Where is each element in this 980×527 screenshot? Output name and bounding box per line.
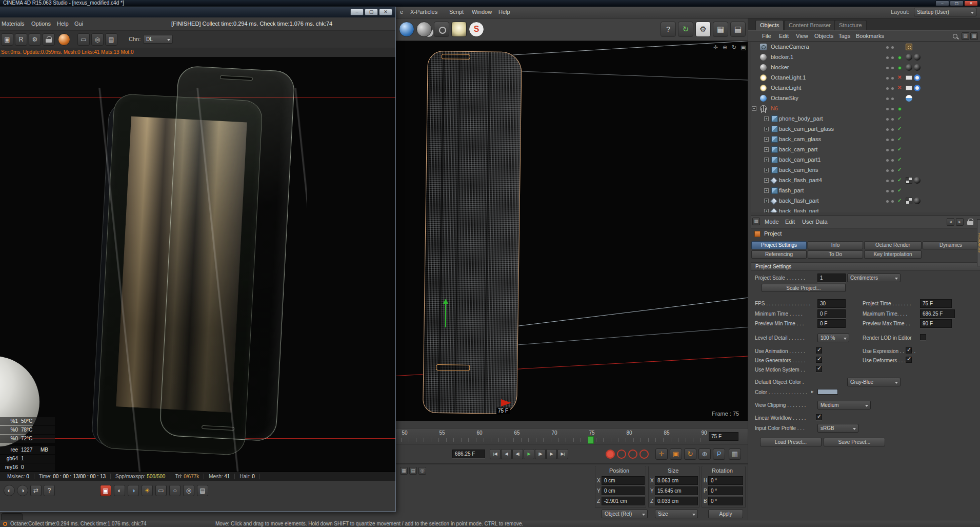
object-row[interactable]: blocker.1 [751, 52, 980, 63]
tab-content-browser[interactable]: Content Browser [784, 20, 835, 30]
input-profile-dropdown[interactable]: sRGB [817, 424, 858, 433]
object-row-clipped[interactable]: + back_flash_part [751, 206, 980, 212]
layer-dot[interactable] [886, 87, 889, 90]
expand-icon[interactable]: + [764, 147, 769, 152]
contrast-icon[interactable]: ◐ [114, 485, 125, 496]
material-thumb[interactable] [906, 54, 912, 61]
light-thumb[interactable] [906, 75, 912, 80]
size-mode-dropdown[interactable]: Size [655, 510, 698, 518]
rotate-tool-icon[interactable]: ↻ [684, 448, 696, 460]
layer-dot[interactable] [886, 190, 889, 192]
position-y-field[interactable]: 0 cm [602, 486, 645, 495]
goto-end-button[interactable]: ▶| [557, 449, 568, 459]
goto-start-button[interactable]: |◀ [490, 449, 501, 459]
use-expression-checkbox[interactable]: ✓ [906, 347, 912, 354]
viewport-canvas[interactable]: 75 F Frame : 75 ✛ ⊕ ↻ ▣ [396, 41, 750, 421]
x-axis-arrow[interactable] [501, 399, 511, 406]
object-row[interactable]: + back_cam_part1 ✓ [751, 155, 980, 165]
render-settings-icon[interactable]: ⚙ [695, 22, 711, 37]
view-rotate-icon[interactable]: ↻ [730, 44, 738, 51]
object-name[interactable]: flash_part [779, 187, 804, 193]
linear-workflow-checkbox[interactable]: ✓ [816, 414, 822, 420]
material-thumb[interactable] [914, 177, 921, 184]
menu-materials[interactable]: Materials [2, 21, 25, 27]
alpha-material-thumb[interactable] [906, 198, 912, 204]
object-row[interactable]: + phone_body_part ✓ [751, 114, 980, 124]
octane-logo-icon[interactable]: S [469, 22, 484, 37]
object-name[interactable]: back_flash_part [779, 208, 819, 212]
search-icon[interactable] [952, 33, 959, 40]
layer-dot[interactable] [891, 190, 894, 192]
object-row[interactable]: OctaneSky [751, 93, 980, 104]
octane-spheres-icon[interactable] [416, 22, 432, 37]
preview-min-field[interactable]: 0 F [817, 319, 846, 328]
expand-icon[interactable]: + [764, 209, 769, 212]
help-icon[interactable]: ? [44, 485, 55, 496]
exposure-icon[interactable]: ☀ [142, 485, 153, 496]
layer-dot[interactable] [886, 118, 889, 121]
size-x-field[interactable]: 8.063 cm [655, 476, 698, 485]
default-color-dropdown[interactable]: Gray-Blue [847, 378, 901, 386]
enabled-check[interactable]: ✓ [897, 157, 902, 162]
y-axis-arrow[interactable] [445, 304, 446, 327]
playhead-marker[interactable] [588, 436, 594, 444]
expand-icon[interactable]: + [764, 127, 769, 131]
project-time-field[interactable]: 75 F [920, 299, 952, 308]
object-row[interactable]: OctaneCamera [751, 42, 980, 52]
material-thumb[interactable] [914, 198, 921, 204]
layer-dot[interactable] [891, 200, 894, 203]
powerslider-tab[interactable] [1, 513, 23, 520]
object-row[interactable]: + back_flash_part4 ✓ [751, 175, 980, 186]
layer-dot[interactable] [886, 149, 889, 151]
target-icon[interactable]: ◎ [183, 485, 194, 496]
object-name[interactable]: OctaneLight.1 [771, 74, 806, 81]
expand-icon[interactable]: + [764, 158, 769, 162]
material-thumb[interactable] [914, 54, 921, 61]
enabled-check[interactable]: ✓ [897, 136, 902, 142]
enabled-check[interactable]: ✓ [897, 115, 902, 121]
octane-light-icon[interactable] [451, 22, 467, 37]
layer-dot[interactable] [891, 108, 894, 110]
play-reverse-button[interactable]: ◀ [501, 449, 512, 459]
object-row[interactable]: OctaneLight ✕ [751, 83, 980, 93]
section-project-settings[interactable]: Project Settings [751, 262, 980, 271]
layer-dot[interactable] [891, 159, 894, 162]
object-row[interactable]: + back_flash_part ✓ [751, 196, 980, 206]
level-detail-dropdown[interactable]: 100 % [817, 334, 849, 342]
maximize-button[interactable]: ▢ [365, 9, 378, 15]
layer-dot[interactable] [886, 67, 889, 69]
om-menu-tags[interactable]: Tags [838, 33, 850, 39]
disabled-cross[interactable]: ✕ [897, 85, 902, 90]
tab-referencing[interactable]: Referencing [751, 250, 807, 259]
octane-camera-icon[interactable] [434, 22, 449, 37]
snap-settings-icon[interactable]: ▦ [729, 448, 741, 460]
layer-dot[interactable] [886, 159, 889, 162]
enabled-check[interactable]: ✓ [897, 126, 902, 131]
use-motion-checkbox[interactable]: ✓ [816, 366, 822, 372]
minimize-button[interactable]: – [935, 1, 949, 6]
use-animation-checkbox[interactable]: ✓ [816, 347, 822, 354]
target-tag-icon[interactable] [914, 74, 921, 81]
mode-dropdown[interactable]: Object (Rel) [602, 510, 648, 518]
enabled-check[interactable]: ✓ [897, 198, 902, 203]
load-preset-button[interactable]: Load Preset... [760, 438, 822, 446]
sky-thumb[interactable] [906, 95, 912, 102]
prev-frame-button[interactable]: ◀| [512, 449, 523, 459]
layout-panes-icon[interactable]: ▤ [730, 22, 746, 37]
view-toggle-icon[interactable]: ▣ [739, 44, 747, 51]
om-menu-file[interactable]: File [762, 33, 771, 39]
play-forward-button[interactable]: ▶ [546, 449, 557, 459]
render-lod-checkbox[interactable] [920, 334, 926, 340]
object-row[interactable]: + back_cam_glass ✓ [751, 134, 980, 145]
octane-liveviewer-window[interactable]: – ▢ ✕ Materials Options Help Gui [FINISH… [0, 7, 396, 512]
render-ball-icon[interactable] [58, 33, 70, 46]
keying-position-button[interactable] [617, 450, 626, 459]
layer-dot[interactable] [891, 67, 894, 69]
picker-icon[interactable]: ◎ [91, 33, 104, 46]
object-row[interactable]: OctaneLight.1 ✕ [751, 73, 980, 83]
layer-dot[interactable] [891, 87, 894, 90]
tab-info[interactable]: Info [808, 241, 863, 249]
octane-ball-icon[interactable] [399, 22, 414, 37]
position-x-field[interactable]: 0 cm [602, 476, 645, 485]
rotation-p-field[interactable]: 0 ° [708, 486, 743, 495]
